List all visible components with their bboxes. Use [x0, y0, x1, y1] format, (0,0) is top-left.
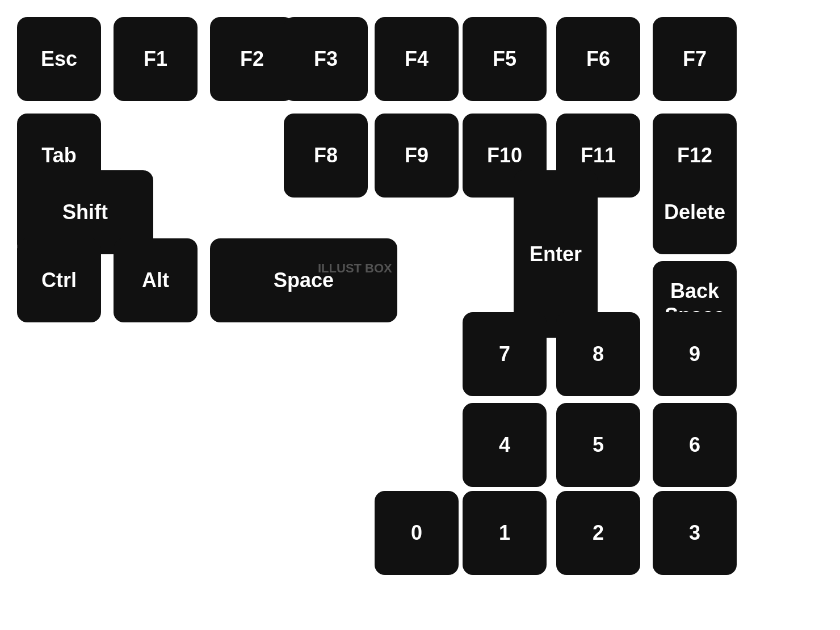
- key-space[interactable]: Space: [210, 238, 397, 322]
- key-ctrl[interactable]: Ctrl: [17, 238, 101, 322]
- key-num5[interactable]: 5: [556, 403, 640, 487]
- key-f9[interactable]: F9: [375, 114, 459, 198]
- key-f2[interactable]: F2: [210, 17, 294, 101]
- key-f6[interactable]: F6: [556, 17, 640, 101]
- keyboard-layout: EscF1F2F3F4F5F6F7TabF8F9F10F11F12ShiftEn…: [0, 0, 840, 630]
- key-num1[interactable]: 1: [463, 491, 547, 575]
- key-num0[interactable]: 0: [375, 491, 459, 575]
- key-alt[interactable]: Alt: [114, 238, 198, 322]
- key-f3[interactable]: F3: [284, 17, 368, 101]
- key-f1[interactable]: F1: [114, 17, 198, 101]
- key-num7[interactable]: 7: [463, 312, 547, 396]
- key-num6[interactable]: 6: [653, 403, 737, 487]
- key-f8[interactable]: F8: [284, 114, 368, 198]
- key-num2[interactable]: 2: [556, 491, 640, 575]
- key-f7[interactable]: F7: [653, 17, 737, 101]
- key-f4[interactable]: F4: [375, 17, 459, 101]
- key-num3[interactable]: 3: [653, 491, 737, 575]
- key-num4[interactable]: 4: [463, 403, 547, 487]
- key-num9[interactable]: 9: [653, 312, 737, 396]
- key-esc[interactable]: Esc: [17, 17, 101, 101]
- key-delete[interactable]: Delete: [653, 170, 737, 254]
- key-num8[interactable]: 8: [556, 312, 640, 396]
- key-f5[interactable]: F5: [463, 17, 547, 101]
